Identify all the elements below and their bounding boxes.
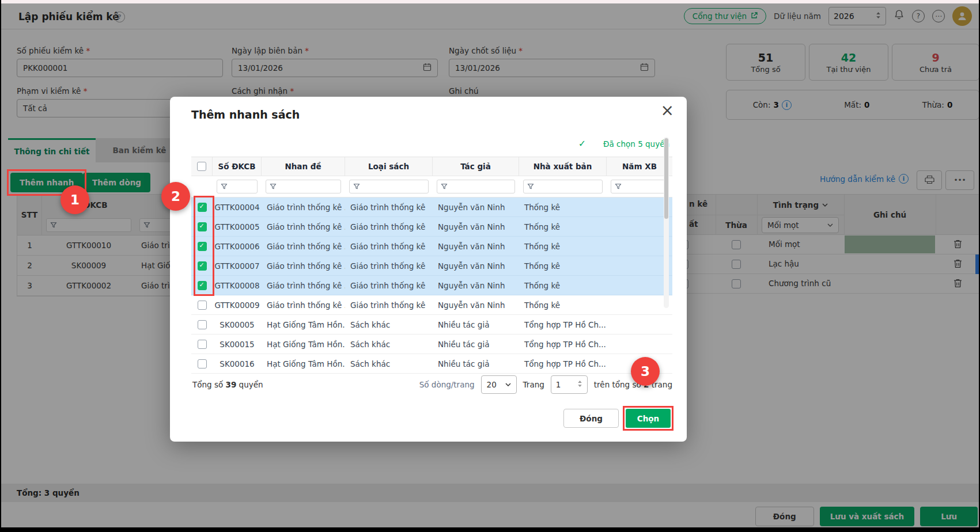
cell-author: Nhiều tác giả <box>433 335 519 354</box>
modal-title: Thêm nhanh sách <box>191 108 300 121</box>
rows-per-page-label: Số dòng/trang <box>419 380 475 389</box>
annotation-marker-1: 1 <box>60 185 89 214</box>
cell-publisher: Thống kê <box>519 276 607 295</box>
cell-type: Sách khác <box>345 335 433 354</box>
modal-filter-row <box>191 176 672 197</box>
row-checkbox[interactable] <box>198 203 207 212</box>
cell-title: Giáo trình thống kê ... <box>262 197 345 216</box>
modal-actions: Đóng Chọn <box>563 409 671 428</box>
modal-table-row[interactable]: GTTK00006Giáo trình thống kê ...Giáo trì… <box>191 237 672 256</box>
cell-type: Giáo trình thống kê <box>345 295 433 314</box>
cell-publisher: Tổng hợp TP Hồ Ch... <box>519 335 607 354</box>
annotation-marker-2: 2 <box>161 182 190 211</box>
modal-column-header: Loại sách <box>345 157 433 176</box>
modal-pagination: Tổng số 39 quyển Số dòng/trang 20 Trang … <box>192 375 672 394</box>
modal-table-row[interactable]: SK00005Hạt Giống Tâm Hồn...Sách khácNhiề… <box>191 315 672 335</box>
cell-year <box>607 276 672 295</box>
cell-year <box>607 315 672 334</box>
modal-column-header: Số ĐKCB <box>213 157 262 176</box>
cell-title: Hạt Giống Tâm Hồn... <box>262 315 345 334</box>
annotation-marker-3: 3 <box>631 357 660 386</box>
scrollbar-thumb[interactable] <box>664 138 668 219</box>
column-filter-input[interactable] <box>217 180 258 193</box>
modal-select-button[interactable]: Chọn <box>626 409 671 428</box>
select-all-checkbox[interactable] <box>197 162 206 171</box>
row-checkbox[interactable] <box>198 320 207 329</box>
page-number-spinner[interactable]: 1 <box>551 375 588 394</box>
cell-author: Nhiều tác giả <box>433 354 519 373</box>
modal-scrollbar <box>664 137 669 308</box>
column-filter-input[interactable] <box>266 180 341 193</box>
spinner-arrows-icon[interactable] <box>577 380 582 389</box>
modal-table-row[interactable]: GTTK00009Giáo trình thống kê ...Giáo trì… <box>191 295 672 315</box>
quick-add-modal: Thêm nhanh sách × ✓ Đã chọn 5 quyển Số Đ… <box>170 97 687 442</box>
column-filter-input[interactable] <box>349 180 429 193</box>
cell-title: Giáo trình thống kê ... <box>262 276 345 295</box>
cell-title: Giáo trình thống kê ... <box>262 295 345 314</box>
cell-year <box>607 217 672 236</box>
cell-code: GTTK00005 <box>213 217 262 236</box>
modal-table-header: Số ĐKCBNhan đềLoại sáchTác giảNhà xuất b… <box>191 157 672 176</box>
cell-title: Giáo trình thống kê ... <box>262 237 345 256</box>
modal-column-header: Nhan đề <box>262 157 345 176</box>
row-checkbox[interactable] <box>198 261 207 271</box>
modal-table-row[interactable]: GTTK00008Giáo trình thống kê ...Giáo trì… <box>191 276 672 295</box>
modal-column-header: Nhà xuất bản <box>519 157 607 176</box>
cell-year <box>607 256 672 275</box>
cell-type: Sách khác <box>345 315 433 334</box>
cell-author: Nguyễn văn Ninh <box>433 197 519 216</box>
cell-publisher: Tổng hợp TP Hồ Ch... <box>519 354 607 373</box>
column-filter-input[interactable] <box>437 180 515 193</box>
modal-column-header: Tác giả <box>433 157 519 176</box>
modal-table-body: GTTK00004Giáo trình thống kê ...Giáo trì… <box>191 197 672 374</box>
column-filter-input[interactable] <box>611 180 668 193</box>
modal-table-row[interactable]: GTTK00007Giáo trình thống kê ...Giáo trì… <box>191 256 672 276</box>
modal-column-header: Năm XB <box>607 157 672 176</box>
modal-close-button[interactable]: Đóng <box>563 409 619 428</box>
cell-code: GTTK00006 <box>213 237 262 256</box>
selected-count-info: ✓ Đã chọn 5 quyển <box>578 138 669 149</box>
cell-author: Nguyễn văn Ninh <box>433 256 519 275</box>
check-icon: ✓ <box>578 138 586 149</box>
cell-year <box>607 197 672 216</box>
cell-title: Hạt Giống Tâm Hồn... <box>262 354 345 373</box>
modal-table-row[interactable]: GTTK00004Giáo trình thống kê ...Giáo trì… <box>191 197 672 217</box>
close-icon[interactable]: × <box>661 102 674 119</box>
cell-publisher: Thống kê <box>519 295 607 314</box>
cell-code: GTTK00008 <box>213 276 262 295</box>
cell-publisher: Thống kê <box>519 217 607 236</box>
row-checkbox[interactable] <box>198 340 207 349</box>
row-checkbox[interactable] <box>198 281 207 290</box>
cell-author: Nguyễn văn Ninh <box>433 237 519 256</box>
cell-title: Giáo trình thống kê ... <box>262 256 345 275</box>
cell-author: Nguyễn văn Ninh <box>433 295 519 314</box>
cell-type: Giáo trình thống kê <box>345 197 433 216</box>
cell-author: Nguyễn văn Ninh <box>433 276 519 295</box>
cell-year <box>607 237 672 256</box>
cell-title: Hạt Giống Tâm Hồn... <box>262 335 345 354</box>
modal-table-row[interactable]: SK00016Hạt Giống Tâm Hồn...Sách khácNhiề… <box>191 354 672 374</box>
row-checkbox[interactable] <box>198 222 207 231</box>
cell-publisher: Tổng hợp TP Hồ Ch... <box>519 315 607 334</box>
pages-total-label: trên tổng số 2 trang <box>594 380 672 389</box>
cell-type: Giáo trình thống kê <box>345 237 433 256</box>
row-checkbox[interactable] <box>198 301 207 310</box>
window-edge <box>1 0 979 3</box>
modal-table-row[interactable]: SK00015Hạt Giống Tâm Hồn...Sách khácNhiề… <box>191 335 672 354</box>
modal-book-table: Số ĐKCBNhan đềLoại sáchTác giảNhà xuất b… <box>191 157 672 374</box>
modal-total-label: Tổng số 39 quyển <box>192 380 263 389</box>
cell-publisher: Thống kê <box>519 197 607 216</box>
cell-type: Giáo trình thống kê <box>345 217 433 236</box>
cell-publisher: Thống kê <box>519 256 607 275</box>
row-checkbox[interactable] <box>198 359 207 368</box>
cell-code: GTTK00009 <box>213 295 262 314</box>
page-label: Trang <box>523 380 544 389</box>
cell-author: Nguyễn văn Ninh <box>433 217 519 236</box>
row-checkbox[interactable] <box>198 242 207 251</box>
column-filter-input[interactable] <box>523 180 603 193</box>
modal-table-row[interactable]: GTTK00005Giáo trình thống kê ...Giáo trì… <box>191 217 672 237</box>
cell-type: Giáo trình thống kê <box>345 256 433 275</box>
cell-author: Nhiều tác giả <box>433 315 519 334</box>
cell-code: SK00005 <box>213 315 262 334</box>
rows-per-page-select[interactable]: 20 <box>481 375 517 394</box>
